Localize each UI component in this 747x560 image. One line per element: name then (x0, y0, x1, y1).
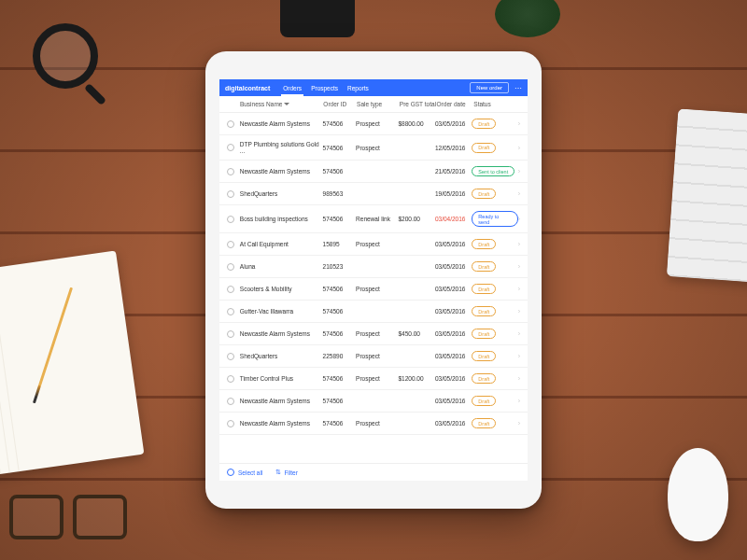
table-row[interactable]: Newcastle Alarm Systems57450621/05/2016S… (219, 161, 528, 183)
cell-sale-type: Prospect (356, 145, 398, 151)
chevron-right-icon[interactable]: › (518, 398, 520, 404)
cell-business-name: Newcastle Alarm Systems (240, 120, 323, 127)
col-order-date[interactable]: Order date (437, 101, 474, 107)
chevron-right-icon[interactable]: › (518, 353, 520, 359)
table-row[interactable]: Gutter-Vac Illawarra57450603/05/2016Draf… (219, 301, 528, 323)
status-badge[interactable]: Draft (472, 119, 496, 129)
cell-status: Sent to client (472, 166, 517, 176)
chevron-right-icon[interactable]: › (518, 145, 520, 151)
cell-business-name: Boss building inspections (240, 216, 323, 222)
status-badge[interactable]: Draft (472, 351, 496, 361)
cell-order-date: 03/05/2016 (435, 241, 472, 247)
nav-orders[interactable]: Orders (283, 80, 302, 96)
row-select-radio[interactable] (227, 241, 234, 248)
status-badge[interactable]: Sent to client (472, 166, 514, 176)
cell-business-name: Newcastle Alarm Systems (240, 420, 323, 427)
chevron-right-icon[interactable]: › (518, 190, 520, 197)
chevron-right-icon[interactable]: › (518, 375, 520, 382)
nav-prospects[interactable]: Prospects (311, 80, 338, 96)
table-row[interactable]: Newcastle Alarm Systems574506Prospect$45… (219, 323, 528, 345)
row-select-radio[interactable] (227, 330, 234, 338)
table-row[interactable]: ShedQuarters98956319/05/2016Draft› (219, 183, 528, 205)
col-sale-type[interactable]: Sale type (357, 101, 400, 107)
chevron-right-icon[interactable]: › (518, 330, 520, 337)
cell-order-date: 03/05/2016 (435, 286, 472, 292)
app-screen: digitalcontract Orders Prospects Reports… (219, 79, 528, 481)
status-badge[interactable]: Draft (472, 239, 496, 249)
cell-order-date: 03/05/2016 (435, 420, 472, 427)
table-row[interactable]: Scooters & Mobility574506Prospect03/05/2… (219, 278, 528, 301)
new-order-button[interactable]: New order (470, 82, 509, 93)
cell-order-date: 19/05/2016 (435, 190, 472, 197)
status-badge[interactable]: Draft (472, 261, 496, 272)
table-row[interactable]: Newcastle Alarm Systems574506Prospect03/… (219, 413, 528, 435)
cell-status: Draft (472, 373, 517, 384)
col-pre-gst-total[interactable]: Pre GST total (400, 101, 437, 107)
status-badge[interactable]: Draft (472, 418, 496, 428)
row-select-radio[interactable] (227, 375, 234, 383)
more-icon[interactable]: ⋯ (514, 84, 522, 92)
orders-table-body: Newcastle Alarm Systems574506Prospect$88… (219, 113, 528, 463)
table-row[interactable]: At Call Equipment15895Prospect03/05/2016… (219, 233, 528, 256)
col-status[interactable]: Status (473, 101, 520, 107)
nav-reports[interactable]: Reports (347, 80, 369, 96)
filter-button[interactable]: ⇅ Filter (275, 469, 297, 476)
status-badge[interactable]: Draft (472, 306, 496, 316)
cell-status: Draft (472, 239, 517, 249)
status-badge[interactable]: Draft (472, 396, 496, 406)
cell-sale-type: Prospect (356, 286, 398, 292)
row-select-radio[interactable] (227, 398, 234, 405)
chevron-right-icon[interactable]: › (518, 308, 520, 315)
cell-order-id: 574506 (323, 330, 357, 337)
chevron-right-icon[interactable]: › (518, 286, 520, 292)
table-row[interactable]: Aluna21052303/05/2016Draft› (219, 256, 528, 278)
table-row[interactable]: Timber Control Plus574506Prospect$1200.0… (219, 368, 528, 390)
chevron-down-icon (284, 103, 289, 105)
status-badge[interactable]: Draft (472, 189, 496, 199)
cell-order-date: 03/05/2016 (435, 308, 472, 315)
cell-business-name: Newcastle Alarm Systems (240, 168, 323, 175)
status-badge[interactable]: Draft (472, 329, 496, 339)
chevron-right-icon[interactable]: › (518, 120, 520, 127)
row-select-radio[interactable] (227, 120, 234, 128)
status-badge[interactable]: Draft (472, 143, 496, 153)
row-select-radio[interactable] (227, 144, 234, 151)
status-badge[interactable]: Draft (472, 373, 496, 384)
table-row[interactable]: DTP Plumbing solutions Gold ...574506Pro… (219, 135, 528, 161)
row-select-radio[interactable] (227, 216, 234, 223)
col-business-name[interactable]: Business Name (240, 101, 323, 107)
table-row[interactable]: Newcastle Alarm Systems57450603/05/2016D… (219, 390, 528, 413)
row-select-radio[interactable] (227, 168, 234, 175)
cell-business-name: Scooters & Mobility (240, 286, 323, 292)
cell-status: Draft (472, 284, 517, 294)
row-select-radio[interactable] (227, 263, 234, 271)
row-select-radio[interactable] (227, 353, 234, 360)
status-badge[interactable]: Ready to send (472, 211, 517, 227)
status-badge[interactable]: Draft (472, 284, 496, 294)
chevron-right-icon[interactable]: › (518, 241, 520, 247)
app-header: digitalcontract Orders Prospects Reports… (219, 79, 528, 96)
chevron-right-icon[interactable]: › (518, 216, 520, 222)
row-select-radio[interactable] (227, 190, 234, 198)
select-all-radio-icon (227, 469, 234, 476)
cell-business-name: Newcastle Alarm Systems (240, 398, 323, 404)
row-select-radio[interactable] (227, 308, 234, 315)
cell-order-id: 574506 (323, 216, 357, 222)
table-row[interactable]: ShedQuarters225890Prospect03/05/2016Draf… (219, 345, 528, 368)
cell-sale-type: Prospect (356, 330, 398, 337)
cell-order-date: 03/05/2016 (435, 398, 472, 404)
filter-icon: ⇅ (275, 469, 281, 476)
table-row[interactable]: Newcastle Alarm Systems574506Prospect$88… (219, 113, 528, 135)
col-order-id[interactable]: Order ID (323, 101, 357, 107)
cell-order-id: 225890 (323, 353, 357, 359)
chevron-right-icon[interactable]: › (518, 420, 520, 427)
cell-sale-type: Renewal link (356, 216, 398, 222)
chevron-right-icon[interactable]: › (518, 263, 520, 270)
row-select-radio[interactable] (227, 420, 234, 427)
select-all-button[interactable]: Select all (227, 469, 262, 476)
table-row[interactable]: Boss building inspections574506Renewal l… (219, 205, 528, 233)
cell-business-name: Timber Control Plus (240, 375, 323, 382)
cell-status: Draft (472, 418, 517, 428)
chevron-right-icon[interactable]: › (518, 168, 520, 175)
row-select-radio[interactable] (227, 286, 234, 293)
